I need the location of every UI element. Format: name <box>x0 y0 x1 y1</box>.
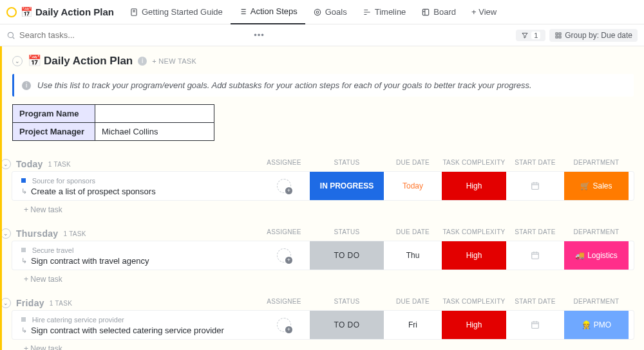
status-badge: TO DO <box>310 311 384 339</box>
complexity-cell[interactable]: High <box>442 241 506 270</box>
page-body: ⌄ 📅 Daily Action Plan i + NEW TASK i Use… <box>0 46 644 350</box>
department-cell[interactable]: 🛒Sales <box>564 172 629 200</box>
group-title[interactable]: Today <box>16 159 43 169</box>
meta-program-name-val[interactable] <box>95 105 214 123</box>
status-cell[interactable]: TO DO <box>310 241 384 270</box>
add-task-button[interactable]: + New task <box>24 205 634 214</box>
tab-label: Action Steps <box>251 6 298 16</box>
search-box[interactable] <box>6 30 250 40</box>
info-callout: i Use this list to track your program/ev… <box>12 74 634 97</box>
svg-rect-8 <box>559 36 561 38</box>
calendar-icon: 📅 <box>21 6 33 18</box>
more-options-button[interactable]: ••• <box>250 30 269 40</box>
svg-rect-5 <box>556 33 558 35</box>
doc-title[interactable]: 📅 Daily Action Plan <box>21 6 114 18</box>
task-name[interactable]: ↳ Sign contract with selected catering s… <box>21 326 254 335</box>
tab-timeline[interactable]: Timeline <box>355 0 414 24</box>
status-cell[interactable]: TO DO <box>310 311 384 339</box>
page-title[interactable]: 📅 Daily Action Plan <box>28 54 133 68</box>
col-status: STATUS <box>310 159 384 169</box>
complexity-badge: High <box>442 311 506 339</box>
col-dept: DEPARTMENT <box>564 298 629 308</box>
collapse-all-button[interactable]: ⌄ <box>12 56 23 66</box>
tab-label: Board <box>433 7 456 17</box>
tab-goals[interactable]: Goals <box>305 0 355 24</box>
meta-pm-val[interactable]: Michael Collins <box>95 123 214 141</box>
col-dept: DEPARTMENT <box>564 159 629 169</box>
add-view-button[interactable]: + View <box>464 0 504 24</box>
search-input[interactable] <box>19 30 135 40</box>
new-task-header-button[interactable]: + NEW TASK <box>152 57 196 65</box>
collapse-group-button[interactable]: ⌄ <box>1 228 11 239</box>
task-row[interactable]: Hire catering service provider ↳ Sign co… <box>12 311 634 339</box>
parent-task-name[interactable]: Source for sponsors <box>32 177 95 185</box>
col-assignee: ASSIGNEE <box>258 228 310 239</box>
tab-action-steps[interactable]: Action Steps <box>231 0 305 24</box>
task-group: ⌄ Today 1 TASK ASSIGNEE STATUS DUE DATE … <box>12 159 634 214</box>
task-group: ⌄ Friday 1 TASK ASSIGNEE STATUS DUE DATE… <box>12 298 634 350</box>
collapse-group-button[interactable]: ⌄ <box>1 159 11 169</box>
department-badge: 🛒Sales <box>564 172 629 200</box>
due-date-cell[interactable]: Thu <box>384 241 442 270</box>
svg-rect-10 <box>532 252 539 259</box>
subtask-arrow-icon: ↳ <box>21 187 27 196</box>
target-icon <box>313 8 322 17</box>
start-date-cell[interactable] <box>506 172 564 200</box>
add-task-button[interactable]: + New task <box>24 275 634 284</box>
calendar-icon <box>530 250 540 261</box>
due-date-cell[interactable]: Today <box>384 172 442 200</box>
add-task-button[interactable]: + New task <box>24 344 634 350</box>
column-headers: ⌄ Today 1 TASK ASSIGNEE STATUS DUE DATE … <box>1 159 634 169</box>
department-cell[interactable]: 👷PMO <box>564 311 629 339</box>
task-main-cell[interactable]: Hire catering service provider ↳ Sign co… <box>12 311 258 339</box>
col-due: DUE DATE <box>384 159 442 169</box>
assignee-cell[interactable] <box>258 172 310 200</box>
parent-task-name[interactable]: Hire catering service provider <box>32 316 124 324</box>
collapse-group-button[interactable]: ⌄ <box>1 298 11 308</box>
filter-button[interactable]: 1 <box>516 30 545 41</box>
tab-getting-started[interactable]: Getting Started Guide <box>122 0 231 24</box>
svg-rect-3 <box>423 9 429 15</box>
due-date-cell[interactable]: Fri <box>384 311 442 339</box>
board-icon <box>421 8 430 17</box>
tab-label: Goals <box>325 7 347 17</box>
complexity-badge: High <box>442 172 506 200</box>
tab-board[interactable]: Board <box>413 0 464 24</box>
status-bullet-icon <box>21 317 26 322</box>
svg-point-1 <box>314 9 320 15</box>
task-name-text: Sign contract with travel agency <box>31 256 149 266</box>
complexity-badge: High <box>442 241 506 270</box>
assignee-cell[interactable] <box>258 241 310 270</box>
task-main-cell[interactable]: Secure travel ↳ Sign contract with trave… <box>12 241 258 270</box>
task-name[interactable]: ↳ Sign contract with travel agency <box>21 256 254 266</box>
start-date-cell[interactable] <box>506 311 564 339</box>
status-cell[interactable]: IN PROGRESS <box>310 172 384 200</box>
group-by-button[interactable]: Group by: Due date <box>549 29 638 42</box>
department-cell[interactable]: 🚚Logistics <box>564 241 629 270</box>
group-title[interactable]: Friday <box>16 298 44 308</box>
info-icon[interactable]: i <box>138 57 147 66</box>
group-title[interactable]: Thursday <box>16 228 58 239</box>
add-assignee-icon[interactable] <box>277 179 291 193</box>
status-bullet-icon <box>21 178 26 183</box>
task-count: 1 TASK <box>48 161 71 168</box>
col-due: DUE DATE <box>384 298 442 308</box>
start-date-cell[interactable] <box>506 241 564 270</box>
complexity-cell[interactable]: High <box>442 311 506 339</box>
subtask-arrow-icon: ↳ <box>21 326 27 335</box>
task-name[interactable]: ↳ Create a list of prospect sponsors <box>21 187 254 196</box>
svg-rect-11 <box>532 322 539 328</box>
task-row[interactable]: Source for sponsors ↳ Create a list of p… <box>12 172 634 200</box>
complexity-cell[interactable]: High <box>442 172 506 200</box>
task-row-container: Source for sponsors ↳ Create a list of p… <box>12 172 634 200</box>
task-count: 1 TASK <box>50 300 72 307</box>
task-row[interactable]: Secure travel ↳ Sign contract with trave… <box>12 241 634 270</box>
parent-task-name[interactable]: Secure travel <box>32 246 74 254</box>
filter-icon <box>521 32 529 39</box>
timeline-icon <box>363 8 372 17</box>
task-main-cell[interactable]: Source for sponsors ↳ Create a list of p… <box>12 172 258 200</box>
add-assignee-icon[interactable] <box>277 318 291 332</box>
assignee-cell[interactable] <box>258 311 310 339</box>
add-assignee-icon[interactable] <box>277 248 291 262</box>
subtask-arrow-icon: ↳ <box>21 257 27 265</box>
